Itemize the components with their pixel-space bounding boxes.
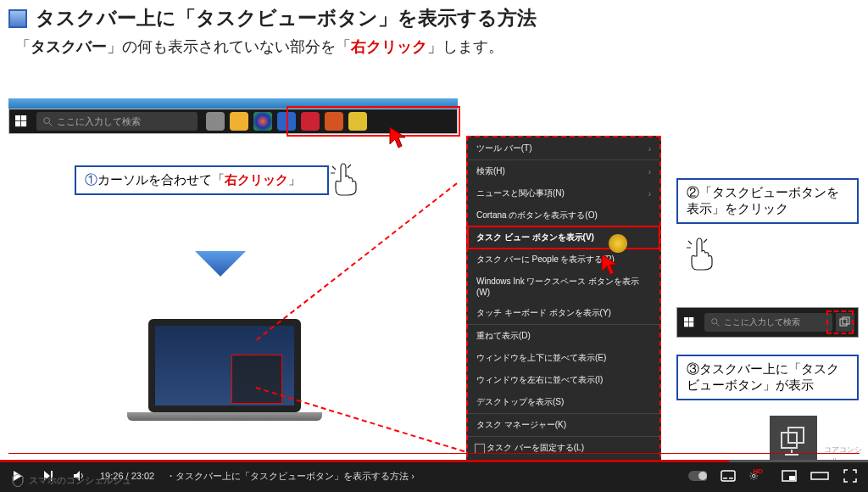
svg-rect-2 — [15, 121, 20, 126]
hand-icon-1 — [324, 159, 361, 197]
context-menu: ツール バー(T)›検索(H)›ニュースと関心事項(N)›Cortana のボタ… — [466, 136, 661, 483]
svg-point-20 — [698, 472, 707, 480]
context-menu-item[interactable]: 重ねて表示(D) — [468, 324, 659, 347]
svg-rect-3 — [21, 121, 26, 126]
search-input-small[interactable]: ここに入力して検索 — [704, 313, 832, 332]
svg-rect-27 — [811, 472, 828, 479]
down-arrow — [195, 251, 246, 277]
laptop-context-highlight — [231, 355, 282, 404]
context-menu-item[interactable]: Cortana のボタンを表示する(O) — [468, 204, 659, 226]
context-menu-item[interactable]: タスク マネージャー(K) — [468, 413, 659, 436]
svg-rect-23 — [729, 478, 733, 479]
svg-line-11 — [716, 323, 719, 326]
svg-rect-26 — [789, 476, 795, 480]
svg-line-5 — [49, 122, 52, 125]
context-menu-item[interactable]: タスク バーを固定する(L) — [468, 436, 659, 459]
search-icon — [711, 318, 720, 327]
svg-rect-7 — [689, 317, 693, 321]
cursor-arrow-1 — [388, 126, 409, 149]
cursor-arrow-2 — [600, 253, 620, 277]
context-menu-item[interactable]: 検索(H)› — [468, 159, 659, 182]
svg-point-10 — [712, 319, 717, 324]
captions-button[interactable] — [719, 467, 737, 485]
svg-point-24 — [752, 474, 754, 477]
search-input[interactable]: ここに入力して検索 — [36, 112, 198, 131]
context-menu-item[interactable]: Windows Ink ワークスペース ボタンを表示(W) — [468, 271, 659, 302]
settings-button[interactable]: HD — [749, 467, 768, 485]
fullscreen-button[interactable] — [841, 467, 860, 485]
subtitle: 「タスクバー」の何も表示されていない部分を「右クリック」します。 — [0, 36, 868, 64]
laptop-illustration — [127, 319, 322, 446]
taskview-large-icon — [770, 416, 817, 463]
folder-icon[interactable] — [230, 112, 248, 131]
context-menu-item[interactable]: タスク バーに People を表示する(P) — [468, 249, 659, 271]
context-menu-item[interactable]: ニュースと関心事項(N)› — [468, 182, 659, 204]
autoplay-toggle[interactable] — [688, 467, 707, 485]
chapter-title[interactable]: ・タスクバー上に「タスクビューボタン」を表示する方法 › — [166, 470, 415, 483]
search-icon — [43, 117, 53, 126]
context-menu-item[interactable]: ツール バー(T)› — [468, 137, 659, 159]
context-menu-item[interactable]: タッチ キーボード ボタンを表示(Y) — [468, 302, 659, 324]
svg-rect-0 — [15, 115, 20, 120]
context-menu-item[interactable]: ウィンドウを上下に並べて表示(E) — [468, 347, 659, 369]
highlight-taskview — [826, 310, 854, 334]
svg-rect-9 — [689, 322, 693, 327]
progress-bar[interactable] — [0, 460, 868, 462]
chrome-icon[interactable] — [253, 112, 272, 131]
svg-rect-21 — [721, 471, 735, 481]
svg-rect-22 — [723, 478, 727, 479]
svg-rect-6 — [684, 317, 688, 321]
brand-watermark: スマホのコンシェルジュ — [12, 473, 131, 487]
windows-icon[interactable] — [9, 115, 33, 127]
callout-step-1: ①カーソルを合わせて「右クリック」 — [75, 165, 329, 195]
page-title: タスクバー上に「タスクビューボタン」を表示する方法 — [36, 5, 537, 31]
svg-rect-8 — [684, 322, 688, 327]
cortana-icon[interactable] — [206, 112, 225, 131]
context-menu-item[interactable]: タスク ビュー ボタンを表示(V) — [468, 226, 659, 249]
context-menu-item[interactable]: ウィンドウを左右に並べて表示(I) — [468, 369, 659, 391]
svg-rect-1 — [21, 115, 26, 120]
context-menu-item[interactable]: デスクトップを表示(S) — [468, 391, 659, 413]
svg-point-4 — [44, 117, 50, 123]
hand-icon-2 — [680, 234, 717, 271]
callout-step-2: ②「タスクビューボタンを表示」をクリック — [676, 178, 859, 224]
callout-step-3: ③タスクバー上に「タスクビューボタン」が表示 — [676, 355, 859, 400]
miniplayer-button[interactable] — [780, 467, 798, 485]
title-marker — [8, 9, 27, 28]
windows-icon-small[interactable] — [677, 317, 701, 327]
dashed-connector-1 — [256, 182, 458, 340]
red-guideline — [8, 453, 860, 454]
theater-button[interactable] — [810, 467, 829, 485]
highlight-box-taskbar — [287, 106, 460, 137]
sun-icon — [609, 234, 627, 253]
